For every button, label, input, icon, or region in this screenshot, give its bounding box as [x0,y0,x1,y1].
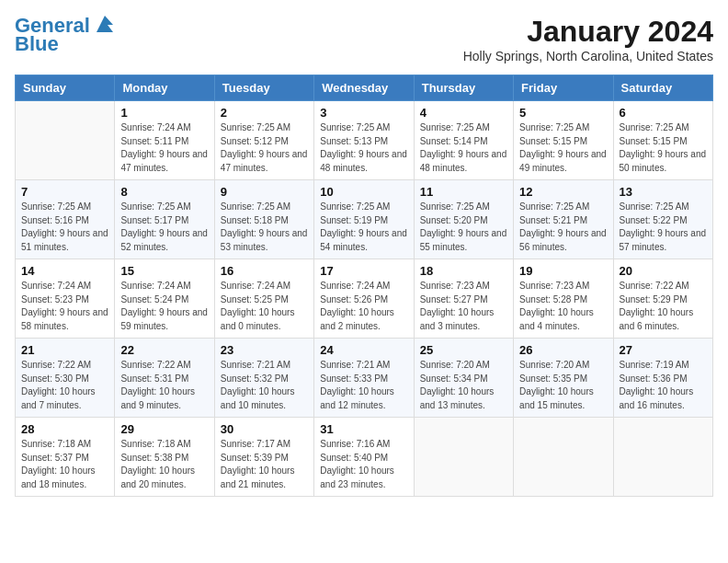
calendar-day-cell [414,418,513,497]
calendar-day-cell: 20Sunrise: 7:22 AMSunset: 5:29 PMDayligh… [613,259,712,339]
day-number: 2 [221,106,308,120]
day-number: 14 [21,264,108,278]
calendar-day-cell: 21Sunrise: 7:22 AMSunset: 5:30 PMDayligh… [16,339,115,418]
month-title: January 2024 [463,15,713,49]
day-info: Sunrise: 7:24 AMSunset: 5:23 PMDaylight:… [21,280,108,333]
calendar-header-row: SundayMondayTuesdayWednesdayThursdayFrid… [16,75,713,101]
calendar-day-cell: 16Sunrise: 7:24 AMSunset: 5:25 PMDayligh… [214,259,313,339]
day-number: 21 [21,343,108,357]
day-info: Sunrise: 7:25 AMSunset: 5:12 PMDaylight:… [221,121,308,175]
day-number: 25 [420,343,507,357]
calendar-day-cell: 25Sunrise: 7:20 AMSunset: 5:34 PMDayligh… [414,339,513,418]
day-info: Sunrise: 7:25 AMSunset: 5:16 PMDaylight:… [21,201,108,254]
weekday-header: Monday [115,75,214,101]
calendar-day-cell: 10Sunrise: 7:25 AMSunset: 5:19 PMDayligh… [314,180,414,259]
day-info: Sunrise: 7:21 AMSunset: 5:32 PMDaylight:… [221,359,308,412]
day-info: Sunrise: 7:22 AMSunset: 5:31 PMDaylight:… [120,359,208,412]
day-info: Sunrise: 7:23 AMSunset: 5:27 PMDaylight:… [420,280,507,333]
day-info: Sunrise: 7:25 AMSunset: 5:13 PMDaylight:… [320,121,407,175]
day-info: Sunrise: 7:25 AMSunset: 5:21 PMDaylight:… [519,201,607,254]
calendar-week-row: 28Sunrise: 7:18 AMSunset: 5:37 PMDayligh… [16,418,713,497]
title-block: January 2024 Holly Springs, North Caroli… [463,15,713,63]
day-info: Sunrise: 7:18 AMSunset: 5:37 PMDaylight:… [21,438,108,491]
day-number: 16 [221,264,308,278]
calendar-day-cell: 9Sunrise: 7:25 AMSunset: 5:18 PMDaylight… [214,180,313,259]
day-info: Sunrise: 7:24 AMSunset: 5:26 PMDaylight:… [320,280,407,333]
svg-marker-0 [97,16,113,32]
calendar-week-row: 14Sunrise: 7:24 AMSunset: 5:23 PMDayligh… [16,259,713,339]
calendar-day-cell: 3Sunrise: 7:25 AMSunset: 5:13 PMDaylight… [314,101,414,180]
page-header: General Blue January 2024 Holly Springs,… [15,15,713,63]
day-number: 19 [519,264,607,278]
day-number: 7 [21,185,108,199]
calendar-day-cell: 31Sunrise: 7:16 AMSunset: 5:40 PMDayligh… [314,418,414,497]
calendar-day-cell: 5Sunrise: 7:25 AMSunset: 5:15 PMDaylight… [514,101,613,180]
day-info: Sunrise: 7:25 AMSunset: 5:14 PMDaylight:… [420,121,507,175]
day-number: 10 [320,185,407,199]
weekday-header: Tuesday [214,75,313,101]
calendar-day-cell: 27Sunrise: 7:19 AMSunset: 5:36 PMDayligh… [613,339,712,418]
day-number: 26 [519,343,607,357]
calendar-week-row: 7Sunrise: 7:25 AMSunset: 5:16 PMDaylight… [16,180,713,259]
day-info: Sunrise: 7:20 AMSunset: 5:34 PMDaylight:… [420,359,507,412]
weekday-header: Thursday [414,75,513,101]
day-info: Sunrise: 7:19 AMSunset: 5:36 PMDaylight:… [620,359,707,412]
day-info: Sunrise: 7:18 AMSunset: 5:38 PMDaylight:… [120,438,208,491]
logo: General Blue [15,15,117,55]
calendar-day-cell: 13Sunrise: 7:25 AMSunset: 5:22 PMDayligh… [613,180,712,259]
day-info: Sunrise: 7:25 AMSunset: 5:19 PMDaylight:… [320,201,407,254]
day-info: Sunrise: 7:24 AMSunset: 5:11 PMDaylight:… [120,121,208,175]
calendar-day-cell: 17Sunrise: 7:24 AMSunset: 5:26 PMDayligh… [314,259,414,339]
day-number: 9 [221,185,308,199]
calendar-day-cell [613,418,712,497]
day-number: 11 [420,185,507,199]
weekday-header: Wednesday [314,75,414,101]
location-title: Holly Springs, North Carolina, United St… [463,49,713,63]
day-number: 12 [519,185,607,199]
day-info: Sunrise: 7:25 AMSunset: 5:22 PMDaylight:… [620,201,707,254]
day-info: Sunrise: 7:25 AMSunset: 5:15 PMDaylight:… [620,121,707,175]
logo-blue: Blue [15,32,59,55]
day-number: 18 [420,264,507,278]
calendar-day-cell: 15Sunrise: 7:24 AMSunset: 5:24 PMDayligh… [115,259,214,339]
day-number: 3 [320,106,407,120]
day-number: 20 [620,264,707,278]
day-number: 5 [519,106,607,120]
day-number: 22 [120,343,208,357]
day-number: 17 [320,264,407,278]
calendar-day-cell: 24Sunrise: 7:21 AMSunset: 5:33 PMDayligh… [314,339,414,418]
day-number: 28 [21,422,108,436]
day-number: 31 [320,422,407,436]
day-info: Sunrise: 7:25 AMSunset: 5:18 PMDaylight:… [221,201,308,254]
calendar-day-cell: 23Sunrise: 7:21 AMSunset: 5:32 PMDayligh… [214,339,313,418]
day-info: Sunrise: 7:22 AMSunset: 5:30 PMDaylight:… [21,359,108,412]
calendar-day-cell: 1Sunrise: 7:24 AMSunset: 5:11 PMDaylight… [115,101,214,180]
calendar-day-cell: 12Sunrise: 7:25 AMSunset: 5:21 PMDayligh… [514,180,613,259]
calendar-day-cell: 29Sunrise: 7:18 AMSunset: 5:38 PMDayligh… [115,418,214,497]
day-info: Sunrise: 7:24 AMSunset: 5:24 PMDaylight:… [120,280,208,333]
calendar-day-cell [514,418,613,497]
calendar-day-cell: 22Sunrise: 7:22 AMSunset: 5:31 PMDayligh… [115,339,214,418]
day-info: Sunrise: 7:24 AMSunset: 5:25 PMDaylight:… [221,280,308,333]
calendar-day-cell: 14Sunrise: 7:24 AMSunset: 5:23 PMDayligh… [16,259,115,339]
calendar-day-cell: 18Sunrise: 7:23 AMSunset: 5:27 PMDayligh… [414,259,513,339]
day-number: 4 [420,106,507,120]
day-info: Sunrise: 7:17 AMSunset: 5:39 PMDaylight:… [221,438,308,491]
day-info: Sunrise: 7:22 AMSunset: 5:29 PMDaylight:… [620,280,707,333]
day-info: Sunrise: 7:25 AMSunset: 5:15 PMDaylight:… [519,121,607,175]
calendar-day-cell: 6Sunrise: 7:25 AMSunset: 5:15 PMDaylight… [613,101,712,180]
weekday-header: Sunday [16,75,115,101]
day-number: 13 [620,185,707,199]
calendar-week-row: 1Sunrise: 7:24 AMSunset: 5:11 PMDaylight… [16,101,713,180]
day-number: 30 [221,422,308,436]
day-number: 15 [120,264,208,278]
calendar-day-cell: 19Sunrise: 7:23 AMSunset: 5:28 PMDayligh… [514,259,613,339]
calendar-day-cell [16,101,115,180]
day-number: 27 [620,343,707,357]
day-number: 29 [120,422,208,436]
calendar-day-cell: 4Sunrise: 7:25 AMSunset: 5:14 PMDaylight… [414,101,513,180]
day-info: Sunrise: 7:25 AMSunset: 5:17 PMDaylight:… [120,201,208,254]
day-number: 6 [620,106,707,120]
day-info: Sunrise: 7:23 AMSunset: 5:28 PMDaylight:… [519,280,607,333]
calendar-day-cell: 7Sunrise: 7:25 AMSunset: 5:16 PMDaylight… [16,180,115,259]
